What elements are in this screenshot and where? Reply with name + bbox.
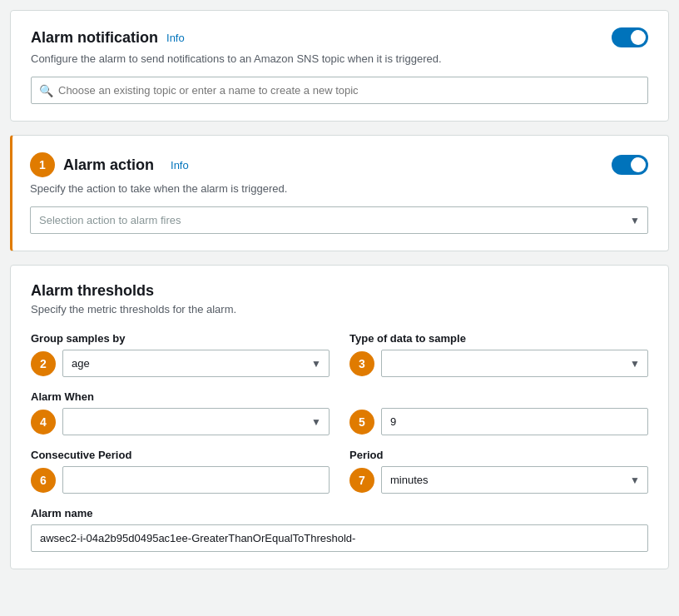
thresholds-row-1: Group samples by 2 age Minimum Maximum S…: [31, 332, 648, 377]
alarm-notification-title-row: Alarm notification Info: [31, 29, 185, 47]
step-badge-3: 3: [349, 351, 374, 376]
group-samples-by-label: Group samples by: [31, 332, 330, 345]
alarm-thresholds-section: Alarm thresholds Specify the metric thre…: [10, 265, 669, 569]
topic-search-input[interactable]: [31, 77, 648, 104]
alarm-when-select[interactable]: [62, 408, 330, 435]
alarm-when-value-label: [349, 390, 648, 403]
alarm-when-value-group: 5: [349, 390, 648, 435]
alarm-notification-section: Alarm notification Info Configure the al…: [10, 10, 669, 122]
type-of-data-select[interactable]: [381, 350, 648, 377]
period-row: 7 minutes 1 minute 5 minutes 1 hour ▼: [349, 466, 648, 494]
step-badge-7: 7: [349, 468, 374, 493]
thresholds-description: Specify the metric thresholds for the al…: [31, 303, 648, 315]
alarm-notification-header: Alarm notification Info: [31, 27, 648, 47]
alarm-when-value-input[interactable]: [381, 408, 648, 435]
consecutive-period-group: Consecutive Period 6: [31, 449, 330, 494]
search-icon: 🔍: [39, 84, 53, 97]
consecutive-period-label: Consecutive Period: [31, 449, 330, 461]
alarm-name-section: Alarm name: [31, 507, 648, 552]
alarm-name-label: Alarm name: [31, 507, 648, 519]
group-samples-select-wrapper: age Minimum Maximum Sum ▼: [62, 350, 330, 377]
step-badge-2: 2: [31, 351, 56, 376]
alarm-action-select[interactable]: Selection action to alarm fires: [30, 206, 648, 234]
group-samples-by-row: 2 age Minimum Maximum Sum ▼: [31, 350, 330, 377]
type-of-data-label: Type of data to sample: [349, 332, 648, 345]
step-badge-6: 6: [31, 468, 56, 493]
alarm-action-select-wrapper: Selection action to alarm fires ▼: [30, 206, 648, 234]
consecutive-period-input[interactable]: [62, 466, 330, 494]
alarm-notification-toggle[interactable]: [612, 27, 648, 47]
thresholds-title: Alarm thresholds: [31, 282, 648, 300]
consecutive-period-row-inner: 6: [31, 466, 330, 494]
period-group: Period 7 minutes 1 minute 5 minutes 1 ho…: [349, 449, 648, 494]
type-of-data-row: 3 ▼: [349, 350, 648, 377]
type-of-data-group: Type of data to sample 3 ▼: [349, 332, 648, 377]
period-select-wrapper: minutes 1 minute 5 minutes 1 hour ▼: [381, 466, 648, 494]
alarm-when-row: 4 ▼: [31, 408, 330, 435]
alarm-action-toggle-slider: [612, 155, 648, 175]
alarm-name-input[interactable]: [31, 524, 648, 552]
thresholds-row-2: Alarm When 4 ▼ 5: [31, 390, 648, 435]
alarm-notification-info-link[interactable]: Info: [166, 32, 185, 44]
topic-search-container: 🔍: [31, 77, 648, 104]
type-of-data-select-wrapper: ▼: [381, 350, 648, 377]
group-samples-select[interactable]: age Minimum Maximum Sum: [62, 350, 330, 377]
thresholds-row-3: Consecutive Period 6 Period 7 minutes 1 …: [31, 449, 648, 494]
period-select[interactable]: minutes 1 minute 5 minutes 1 hour: [381, 466, 648, 494]
step-badge-1: 1: [30, 152, 55, 177]
alarm-when-label: Alarm When: [31, 390, 330, 403]
alarm-action-info-link[interactable]: Info: [171, 159, 189, 171]
step-badge-5: 5: [349, 410, 374, 435]
alarm-action-toggle[interactable]: [612, 155, 648, 175]
alarm-action-description: Specify the action to take when the alar…: [30, 182, 648, 195]
alarm-action-header: 1 Alarm action Info: [30, 152, 648, 177]
alarm-notification-description: Configure the alarm to send notification…: [31, 52, 648, 65]
alarm-action-section: 1 Alarm action Info Specify the action t…: [10, 135, 669, 251]
alarm-when-value-row: 5: [349, 408, 648, 435]
alarm-notification-toggle-slider: [612, 27, 648, 47]
alarm-when-select-wrapper: ▼: [62, 408, 330, 435]
group-samples-by-group: Group samples by 2 age Minimum Maximum S…: [31, 332, 330, 377]
alarm-action-title-row: 1 Alarm action Info: [30, 152, 189, 177]
step-badge-4: 4: [31, 410, 56, 435]
period-label: Period: [349, 449, 648, 461]
alarm-when-group: Alarm When 4 ▼: [31, 390, 330, 435]
alarm-action-title: Alarm action: [63, 156, 154, 174]
alarm-notification-title: Alarm notification: [31, 29, 158, 47]
